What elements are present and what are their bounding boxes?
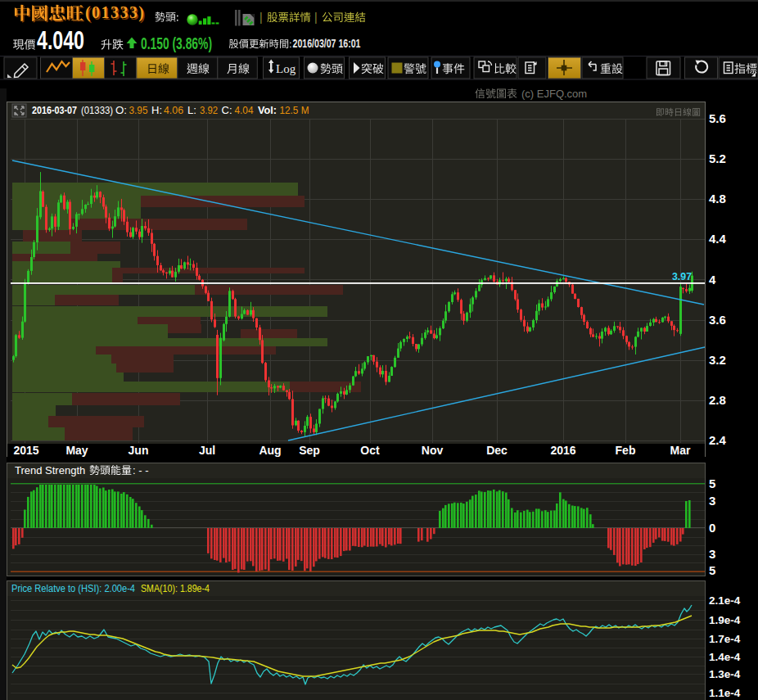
svg-text:2.1e-4: 2.1e-4 xyxy=(709,594,741,607)
svg-text:2016: 2016 xyxy=(550,444,575,457)
svg-text:2.8: 2.8 xyxy=(709,393,726,407)
svg-text:0: 0 xyxy=(709,521,715,535)
svg-text:Jun: Jun xyxy=(129,444,149,457)
svg-text:4.4: 4.4 xyxy=(709,232,727,246)
svg-text:(01333): (01333) xyxy=(85,3,144,22)
svg-text:2015: 2015 xyxy=(13,444,38,457)
svg-text:C:: C: xyxy=(222,104,232,116)
svg-text:|: | xyxy=(259,11,263,24)
svg-text:Sep: Sep xyxy=(299,444,320,457)
svg-text:1.3e-4: 1.3e-4 xyxy=(709,668,741,680)
svg-text:Dec: Dec xyxy=(486,444,508,457)
svg-text:3: 3 xyxy=(709,547,715,561)
svg-text:2.4: 2.4 xyxy=(709,433,727,447)
svg-text:Nov: Nov xyxy=(422,444,444,457)
svg-text:3: 3 xyxy=(709,494,715,508)
svg-text:3.95: 3.95 xyxy=(129,104,148,116)
svg-text:2016-03-07: 2016-03-07 xyxy=(32,104,77,116)
svg-text:1.4e-4: 1.4e-4 xyxy=(709,651,741,663)
svg-text:5: 5 xyxy=(709,563,715,577)
svg-text:Aug: Aug xyxy=(259,444,281,457)
svg-text:Vol:: Vol: xyxy=(258,104,277,116)
svg-text:1.9e-4: 1.9e-4 xyxy=(709,614,741,626)
svg-text:H:: H: xyxy=(151,104,162,116)
svg-text:3.92: 3.92 xyxy=(200,104,218,116)
svg-text:4.8: 4.8 xyxy=(709,192,726,205)
svg-text:|: | xyxy=(314,11,318,24)
svg-text:4.06: 4.06 xyxy=(164,104,183,116)
svg-text:4.04: 4.04 xyxy=(235,104,254,116)
svg-text:Trend Strength: Trend Strength xyxy=(15,464,85,476)
svg-text:L:: L: xyxy=(187,104,196,116)
svg-text:5: 5 xyxy=(709,476,715,490)
svg-text:4.040: 4.040 xyxy=(37,26,84,55)
svg-text:1.1e-4: 1.1e-4 xyxy=(709,687,741,699)
svg-text:0.150 (3.86%): 0.150 (3.86%) xyxy=(141,34,212,52)
svg-text:May: May xyxy=(65,444,88,457)
svg-text:1.7e-4: 1.7e-4 xyxy=(709,633,741,645)
svg-text:Jul: Jul xyxy=(199,444,215,457)
svg-text:: - -: : - - xyxy=(133,464,149,476)
svg-text:3.97: 3.97 xyxy=(672,271,692,282)
svg-text:5.6: 5.6 xyxy=(709,111,726,125)
svg-text:Price Relatve to (HSI): 2.00e-: Price Relatve to (HSI): 2.00e-4 xyxy=(11,583,135,594)
svg-text:3.2: 3.2 xyxy=(709,353,726,367)
svg-text:Log: Log xyxy=(276,62,296,75)
svg-text:5.2: 5.2 xyxy=(709,151,726,165)
svg-text:2016/03/07 16:01: 2016/03/07 16:01 xyxy=(293,37,361,50)
svg-text:SMA(10): 1.89e-4: SMA(10): 1.89e-4 xyxy=(141,583,210,594)
svg-text:Oct: Oct xyxy=(360,444,380,457)
svg-text:3.6: 3.6 xyxy=(709,313,726,327)
svg-text:(01333): (01333) xyxy=(81,104,113,116)
svg-text:Feb: Feb xyxy=(616,444,636,457)
svg-text:(c) EJFQ.com: (c) EJFQ.com xyxy=(521,88,587,100)
svg-text:4: 4 xyxy=(709,273,716,287)
svg-text:Mar: Mar xyxy=(670,444,691,457)
svg-text:12.5 M: 12.5 M xyxy=(280,104,309,116)
svg-text:O:: O: xyxy=(115,104,127,116)
